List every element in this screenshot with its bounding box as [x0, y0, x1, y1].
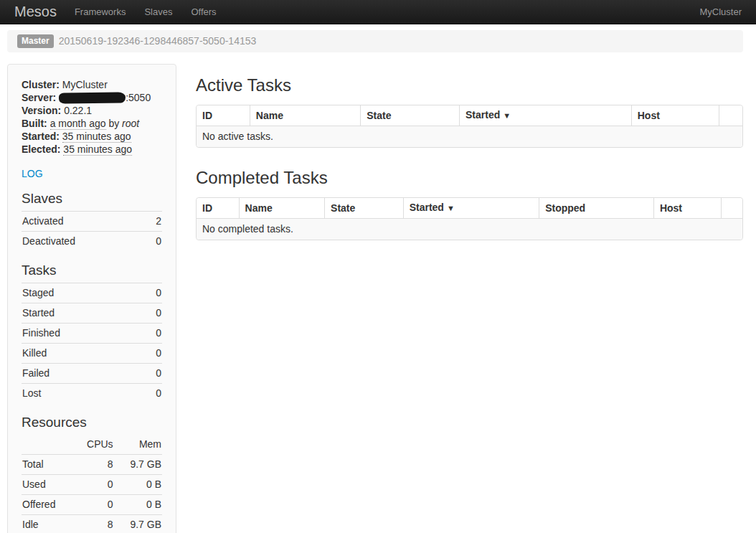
- resource-cpus: 0: [73, 495, 114, 515]
- resource-label: Idle: [22, 515, 73, 533]
- active-tasks-header-row: ID Name State Started▼ Host: [197, 105, 742, 126]
- version-label: Version:: [22, 105, 61, 116]
- server-label: Server:: [22, 92, 56, 103]
- version-line: Version: 0.22.1: [22, 104, 162, 117]
- column-header-name[interactable]: Name: [239, 198, 324, 218]
- resources-header-row: CPUs Mem: [22, 435, 162, 455]
- top-navbar: Mesos Frameworks Slaves Offers MyCluster: [0, 0, 756, 24]
- resource-cpus: 8: [73, 455, 114, 475]
- stat-label: Started: [22, 303, 141, 324]
- resource-mem: 0 B: [114, 475, 162, 495]
- column-header-id[interactable]: ID: [197, 105, 250, 126]
- cpus-header: CPUs: [73, 435, 114, 455]
- main-content: Active Tasks ID Name State Started▼ Host…: [196, 64, 743, 240]
- stat-row-staged: Staged0: [22, 283, 162, 303]
- stat-value: 2: [146, 212, 162, 232]
- completed-tasks-table: ID Name State Started▼ Stopped Host No c…: [196, 197, 743, 240]
- brand-mesos[interactable]: Mesos: [14, 0, 57, 24]
- stat-value: 0: [141, 303, 162, 324]
- empty-state-row: No active tasks.: [197, 126, 742, 147]
- resource-label: Offered: [22, 495, 73, 515]
- stat-value: 0: [141, 384, 162, 404]
- column-header-started-label: Started: [410, 202, 444, 213]
- master-badge: Master: [17, 34, 54, 48]
- cluster-line: Cluster: MyCluster: [22, 78, 162, 91]
- resource-row-used: Used00 B: [22, 475, 162, 495]
- column-header-state[interactable]: State: [324, 198, 403, 218]
- stat-label: Activated: [22, 212, 146, 232]
- resource-mem: 9.7 GB: [114, 515, 162, 533]
- stat-row-killed: Killed0: [22, 344, 162, 364]
- elected-line: Elected: 35 minutes ago: [22, 143, 162, 156]
- log-link[interactable]: LOG: [22, 168, 43, 179]
- sort-desc-icon: ▼: [503, 111, 511, 120]
- no-active-tasks-message: No active tasks.: [197, 126, 742, 147]
- resources-heading: Resources: [22, 415, 162, 430]
- stat-row-finished: Finished0: [22, 324, 162, 344]
- stat-value: 0: [141, 364, 162, 384]
- stat-row-deactivated: Deactivated0: [22, 232, 162, 252]
- slaves-table: Activated2 Deactivated0: [22, 211, 162, 251]
- stat-row-activated: Activated2: [22, 212, 162, 232]
- active-tasks-table: ID Name State Started▼ Host No active ta…: [196, 105, 743, 148]
- sort-desc-icon: ▼: [447, 204, 455, 212]
- stat-label: Killed: [22, 344, 141, 364]
- stat-row-lost: Lost0: [22, 384, 162, 404]
- empty-state-row: No completed tasks.: [197, 218, 742, 240]
- nav-frameworks[interactable]: Frameworks: [65, 0, 136, 24]
- nav-slaves[interactable]: Slaves: [135, 0, 181, 24]
- stat-value: 0: [141, 324, 162, 344]
- built-value: a month ago: [50, 118, 106, 130]
- mem-header: Mem: [114, 435, 162, 455]
- column-header-name[interactable]: Name: [250, 105, 360, 126]
- column-header-started[interactable]: Started▼: [403, 198, 539, 218]
- stat-label: Failed: [22, 364, 141, 384]
- cluster-label: Cluster:: [22, 79, 60, 90]
- breadcrumb: Master20150619-192346-1298446857-5050-14…: [7, 30, 743, 52]
- column-header-empty: [719, 105, 742, 126]
- built-by: by: [108, 118, 119, 129]
- built-label: Built:: [22, 118, 47, 129]
- resource-label: Total: [22, 455, 73, 475]
- stat-value: 0: [141, 344, 162, 364]
- server-line: Server: :5050: [22, 91, 162, 104]
- slaves-heading: Slaves: [22, 191, 162, 207]
- resource-cpus: 8: [73, 515, 114, 533]
- column-header-stopped[interactable]: Stopped: [539, 198, 653, 218]
- master-id: 20150619-192346-1298446857-5050-14153: [59, 35, 257, 47]
- main-nav: Frameworks Slaves Offers: [65, 0, 226, 24]
- no-completed-tasks-message: No completed tasks.: [197, 218, 742, 240]
- active-tasks-title: Active Tasks: [196, 75, 743, 95]
- content-area: Cluster: MyCluster Server: :5050 Version…: [7, 64, 743, 533]
- elected-value: 35 minutes ago: [63, 143, 132, 156]
- nav-offers[interactable]: Offers: [181, 0, 225, 24]
- started-value: 35 minutes ago: [62, 131, 131, 143]
- tasks-table: Staged0 Started0 Finished0 Killed0 Faile…: [22, 283, 162, 403]
- column-header-state[interactable]: State: [360, 105, 459, 126]
- resources-table: CPUs Mem Total89.7 GB Used00 B Offered00…: [22, 435, 162, 533]
- sidebar-panel: Cluster: MyCluster Server: :5050 Version…: [7, 64, 176, 533]
- resource-cpus: 0: [73, 475, 114, 495]
- built-line: Built: a month ago by root: [22, 117, 162, 130]
- stat-row-failed: Failed0: [22, 364, 162, 384]
- column-header-id[interactable]: ID: [197, 198, 239, 218]
- server-port: :5050: [126, 92, 151, 103]
- column-header-host[interactable]: Host: [631, 105, 719, 126]
- completed-tasks-title: Completed Tasks: [196, 168, 743, 188]
- started-line: Started: 35 minutes ago: [22, 130, 162, 143]
- column-header-started[interactable]: Started▼: [459, 105, 631, 126]
- resource-label: Used: [22, 475, 73, 495]
- stat-label: Lost: [22, 384, 141, 404]
- resources-empty-header: [22, 435, 73, 455]
- navbar-cluster-name: MyCluster: [699, 6, 742, 17]
- column-header-empty: [721, 198, 742, 218]
- resource-mem: 9.7 GB: [114, 455, 162, 475]
- redaction-scribble: [59, 92, 126, 103]
- built-user: root: [122, 118, 139, 129]
- stat-value: 0: [146, 232, 162, 252]
- column-header-host[interactable]: Host: [653, 198, 721, 218]
- resource-row-idle: Idle89.7 GB: [22, 515, 162, 533]
- resource-row-offered: Offered00 B: [22, 495, 162, 515]
- stat-label: Finished: [22, 324, 141, 344]
- stat-value: 0: [141, 283, 162, 303]
